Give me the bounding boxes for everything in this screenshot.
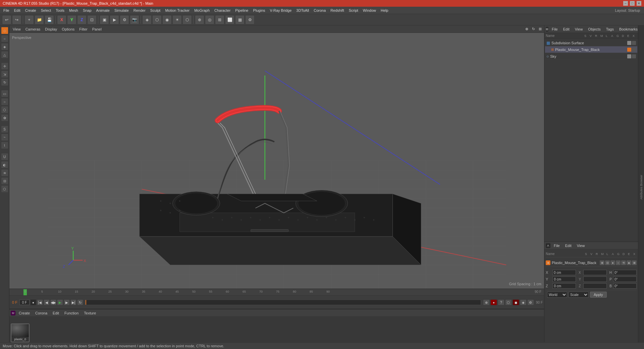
menu-create[interactable]: Create: [23, 8, 38, 13]
constraint-button[interactable]: ◼: [513, 299, 519, 305]
menu-window[interactable]: Window: [361, 8, 378, 13]
undo-button[interactable]: ↩: [2, 15, 11, 24]
tool-brush[interactable]: ◐: [1, 161, 8, 168]
x-pos-input[interactable]: [552, 270, 576, 275]
tool-scale[interactable]: ⇲: [1, 70, 8, 78]
menu-script[interactable]: Script: [347, 8, 360, 13]
go-start-button[interactable]: |◀: [37, 299, 43, 305]
tool-paint[interactable]: S: [1, 126, 8, 133]
vis-btn-6[interactable]: [632, 54, 636, 58]
tool-select-circle[interactable]: ○: [1, 98, 8, 105]
hud-button[interactable]: ▦: [235, 15, 245, 24]
autokey-button[interactable]: ●: [490, 299, 497, 305]
obj-item-plastictrap[interactable]: ⊞ Plastic_Mouse_Trap_Black: [545, 46, 637, 53]
attr-vis-6[interactable]: ◈: [627, 260, 631, 265]
rotate-y-button[interactable]: Y: [67, 15, 76, 24]
menu-motiontracker[interactable]: Motion Tracker: [163, 8, 192, 13]
next-key-button[interactable]: ▶: [64, 299, 70, 305]
menu-render[interactable]: Render: [131, 8, 148, 13]
menu-edit[interactable]: Edit: [12, 8, 22, 13]
render-settings-button[interactable]: ⚙: [120, 15, 129, 24]
render-button[interactable]: ▶: [110, 15, 119, 24]
mat-tab-texture[interactable]: Texture: [82, 310, 98, 316]
wireframe-button[interactable]: ⬡: [152, 15, 162, 24]
xray-button[interactable]: ⬜: [225, 15, 234, 24]
params-button[interactable]: ◈: [520, 299, 527, 305]
keyframe-button[interactable]: ⊕: [483, 299, 490, 305]
tool-knife[interactable]: ⌇: [1, 142, 8, 149]
attr-tab-view[interactable]: View: [575, 243, 587, 248]
p-input[interactable]: [613, 277, 637, 282]
tool-texture[interactable]: ◈: [1, 43, 8, 50]
snap-button[interactable]: ⊕: [195, 15, 204, 24]
tool-free-select[interactable]: ✿: [1, 114, 8, 121]
coord-system-select[interactable]: World Local Object: [547, 292, 567, 298]
apply-button[interactable]: Apply: [590, 292, 607, 298]
obj-mgr-tab-tags[interactable]: Tags: [604, 27, 616, 32]
mat-tab-edit[interactable]: Edit: [51, 310, 61, 316]
tool-select-poly[interactable]: ⬡: [1, 106, 8, 113]
tool-object[interactable]: ○: [1, 35, 8, 42]
display-mode-button[interactable]: ◈: [142, 15, 152, 24]
vis-btn-3[interactable]: [627, 48, 631, 52]
vp-icon-move[interactable]: ⊕: [524, 27, 529, 32]
attributes-browser-strip[interactable]: Attributes Browser: [638, 26, 644, 349]
y-pos-input[interactable]: [552, 277, 576, 282]
prev-key-button[interactable]: ◀: [44, 299, 50, 305]
go-end-button[interactable]: ▶|: [70, 299, 76, 305]
menu-mesh[interactable]: Mesh: [67, 8, 80, 13]
tool-sculpt2[interactable]: ⬡: [1, 185, 8, 193]
menu-help[interactable]: Help: [379, 8, 390, 13]
y-rot-input[interactable]: [583, 277, 607, 282]
tool-select-rect[interactable]: ▭: [1, 90, 8, 97]
timeline-options-button[interactable]: ⚙: [527, 299, 534, 305]
tool-rotate[interactable]: ↻: [1, 79, 8, 86]
record-button[interactable]: ●: [30, 299, 36, 305]
rotate-z-button[interactable]: Z: [77, 15, 87, 24]
menu-pipeline[interactable]: Pipeline: [233, 8, 250, 13]
render-preview-button[interactable]: ▣: [100, 15, 109, 24]
play-reverse-button[interactable]: ◀▶: [50, 299, 56, 305]
viewport-menu-cameras[interactable]: Cameras: [23, 27, 43, 32]
light-button[interactable]: ☀: [172, 15, 182, 24]
coord-mode-button[interactable]: ⊡: [87, 15, 97, 24]
obj-item-sky[interactable]: ○ Sky: [545, 53, 637, 60]
menu-plugins[interactable]: Plugins: [251, 8, 267, 13]
obj-mgr-tab-file[interactable]: File: [550, 27, 560, 32]
play-button[interactable]: ▶: [57, 299, 63, 305]
render-to-picture-button[interactable]: 📷: [130, 15, 139, 24]
attr-tab-file[interactable]: File: [552, 243, 562, 248]
menu-sculpt[interactable]: Sculpt: [148, 8, 163, 13]
attr-vis-5[interactable]: ⟲: [621, 260, 626, 265]
vis-btn-1[interactable]: [627, 41, 631, 45]
maximize-button[interactable]: □: [630, 1, 635, 6]
open-button[interactable]: 📁: [35, 15, 44, 24]
tool-magnet[interactable]: U: [1, 153, 8, 160]
obj-mgr-tab-view[interactable]: View: [573, 27, 585, 32]
tool-animation[interactable]: △: [1, 51, 8, 58]
obj-mgr-tab-objects[interactable]: Objects: [586, 27, 602, 32]
obj-mgr-tab-bookmarks[interactable]: Bookmarks: [617, 27, 640, 32]
snap-settings-button[interactable]: ◎: [205, 15, 214, 24]
frame-field[interactable]: [19, 300, 30, 305]
save-button[interactable]: 💾: [45, 15, 54, 24]
loop-button[interactable]: ↻: [77, 299, 83, 305]
motion-button[interactable]: ⬡: [505, 299, 512, 305]
tool-model[interactable]: ◇: [1, 27, 8, 34]
b-input[interactable]: [613, 283, 637, 289]
vis-btn-2[interactable]: [632, 41, 636, 45]
redo-button[interactable]: ↪: [12, 15, 21, 24]
rotate-x-button[interactable]: X: [57, 15, 66, 24]
attr-vis-3[interactable]: ●: [610, 260, 615, 265]
vis-btn-5[interactable]: [627, 54, 631, 58]
vis-btn-4[interactable]: [632, 48, 636, 52]
z-rot-input[interactable]: [583, 283, 607, 289]
menu-simulate[interactable]: Simulate: [112, 8, 131, 13]
vp-icon-rotate[interactable]: ↻: [531, 27, 536, 32]
viewport-canvas[interactable]: Perspective Grid Spacing : 1 cm: [9, 33, 544, 289]
attr-vis-1[interactable]: ⊞: [600, 260, 604, 265]
mat-tab-function[interactable]: Function: [62, 310, 80, 316]
material-item[interactable]: plastic_0: [11, 323, 30, 342]
mat-tab-create[interactable]: Create: [17, 310, 32, 316]
minimize-button[interactable]: –: [623, 1, 628, 6]
